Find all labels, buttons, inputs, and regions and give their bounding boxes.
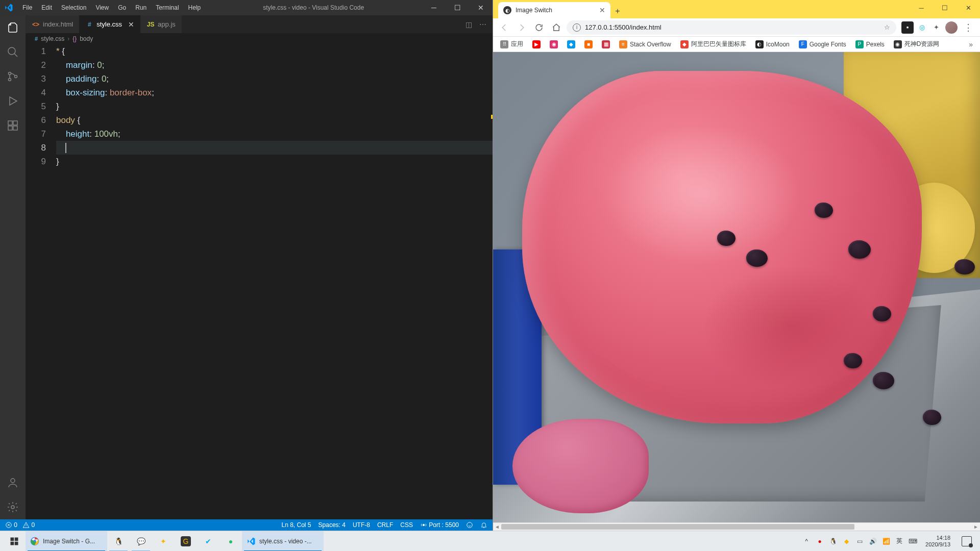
explorer-icon[interactable] [6, 20, 20, 35]
menu-help[interactable]: Help [184, 2, 205, 13]
status-problems[interactable]: 0 0 [5, 521, 35, 529]
window-minimize-button[interactable]: ─ [910, 0, 933, 15]
new-tab-button[interactable]: + [610, 4, 625, 18]
browser-tab[interactable]: ◐ Image Switch ✕ [498, 2, 610, 18]
tab-close-button[interactable]: ✕ [599, 6, 605, 14]
bookmark-item[interactable]: PPexels [852, 39, 888, 50]
tray-battery-icon[interactable]: ▭ [855, 537, 864, 546]
taskbar-app[interactable]: ● [219, 531, 242, 552]
editor-tab-index-html[interactable]: <>index.html [26, 15, 79, 33]
breadcrumb[interactable]: # style.css › {} body [26, 33, 493, 44]
extension-icon[interactable]: ▪ [901, 21, 914, 34]
window-close-button[interactable]: ✕ [469, 0, 493, 15]
bookmark-item[interactable]: ▦ [599, 39, 613, 50]
menu-run[interactable]: Run [131, 2, 151, 13]
tab-label: style.css [96, 20, 122, 28]
window-maximize-button[interactable]: ☐ [446, 0, 469, 15]
tray-volume-icon[interactable]: 🔊 [868, 537, 877, 546]
chrome-menu-button[interactable]: ⋮ [961, 22, 976, 33]
address-bar[interactable]: i 127.0.0.1:5500/index.html ☆ [567, 20, 896, 35]
status-indentation[interactable]: Spaces: 4 [318, 521, 346, 529]
css-file-icon: # [35, 36, 38, 42]
site-info-icon[interactable]: i [573, 23, 581, 32]
status-encoding[interactable]: UTF-8 [353, 521, 370, 529]
tray-network-icon[interactable]: 📶 [881, 537, 891, 546]
home-button[interactable] [549, 20, 564, 35]
scroll-left-icon[interactable]: ◄ [493, 524, 501, 530]
scrollbar-thumb[interactable] [501, 524, 854, 530]
tray-ime[interactable]: 英 [895, 537, 904, 546]
run-debug-icon[interactable] [6, 94, 20, 108]
status-feedback-icon[interactable] [466, 521, 473, 529]
taskbar-clock[interactable]: 14:18 2020/9/13 [921, 535, 954, 548]
taskbar-wechat[interactable]: 💬 [130, 531, 152, 552]
back-button[interactable] [497, 20, 511, 35]
taskbar-chrome[interactable]: Image Switch - G... [26, 531, 107, 552]
tray-chevron-up-icon[interactable]: ^ [802, 537, 811, 546]
search-icon[interactable] [6, 45, 20, 59]
window-close-button[interactable]: ✕ [957, 0, 980, 15]
editor-tab-app-js[interactable]: JSapp.js [140, 15, 182, 33]
window-maximize-button[interactable]: ☐ [933, 0, 957, 15]
extension-icon[interactable]: ◎ [916, 21, 928, 34]
horizontal-scrollbar[interactable]: ◄ ► [493, 522, 980, 531]
tray-icon[interactable]: ◆ [842, 537, 851, 546]
tab-label: index.html [43, 20, 73, 28]
bookmark-star-icon[interactable]: ☆ [884, 23, 890, 31]
menu-file[interactable]: File [18, 2, 36, 13]
extensions-icon[interactable] [6, 118, 20, 133]
bookmark-item[interactable]: ≡Stack Overflow [616, 39, 674, 50]
forward-button[interactable] [514, 20, 529, 35]
tray-ime-icon[interactable]: ⌨ [908, 537, 917, 546]
status-live-server[interactable]: Port : 5500 [420, 521, 459, 529]
bookmark-item[interactable]: ◉ [547, 39, 561, 50]
bookmark-favicon-icon: ◆ [567, 40, 575, 48]
split-editor-icon[interactable]: ◫ [465, 20, 472, 29]
taskbar-app[interactable]: ✔ [197, 531, 219, 552]
vscode-logo-icon [4, 3, 13, 12]
taskbar-vscode[interactable]: style.css - video -... [242, 531, 324, 552]
status-cursor-position[interactable]: Ln 8, Col 5 [281, 521, 311, 529]
bookmark-item[interactable]: ▶ [529, 39, 544, 50]
menu-edit[interactable]: Edit [37, 2, 56, 13]
bookmark-favicon-icon: ■ [584, 40, 593, 48]
bookmarks-overflow-button[interactable]: » [966, 40, 976, 48]
bookmark-item[interactable]: ◉死神D资源网 [891, 38, 943, 50]
bookmark-item[interactable]: ◐IcoMoon [752, 39, 793, 50]
window-minimize-button[interactable]: ─ [422, 0, 446, 15]
status-notifications-icon[interactable] [480, 521, 487, 529]
taskbar-qq[interactable]: 🐧 [107, 531, 130, 552]
action-center-icon[interactable] [962, 536, 972, 546]
profile-avatar[interactable] [945, 21, 958, 34]
bookmark-item[interactable]: FGoogle Fonts [796, 39, 849, 50]
menu-terminal[interactable]: Terminal [152, 2, 183, 13]
settings-gear-icon[interactable] [6, 500, 20, 514]
breadcrumb-file: style.css [41, 35, 64, 42]
menu-view[interactable]: View [91, 2, 113, 13]
bookmark-item[interactable]: ◆ [564, 39, 578, 50]
menu-selection[interactable]: Selection [57, 2, 90, 13]
start-button[interactable] [3, 531, 26, 552]
bookmark-item[interactable]: ■ [581, 39, 596, 50]
tray-icon[interactable]: ● [815, 537, 824, 546]
bookmark-item[interactable]: ⠿应用 [497, 38, 526, 50]
accounts-icon[interactable] [6, 475, 20, 490]
tray-icon[interactable]: 🐧 [828, 537, 838, 546]
source-control-icon[interactable] [6, 69, 20, 84]
vscode-title-bar: FileEditSelectionViewGoRunTerminalHelp s… [0, 0, 493, 15]
reload-button[interactable] [532, 20, 546, 35]
tab-close-button[interactable]: ✕ [128, 20, 134, 29]
extensions-puzzle-icon[interactable]: ✦ [930, 21, 942, 34]
code-editor[interactable]: 123456789 * { margin: 0; padding: 0; box… [26, 44, 493, 519]
svg-rect-7 [13, 126, 17, 130]
status-eol[interactable]: CRLF [377, 521, 393, 529]
scroll-right-icon[interactable]: ► [972, 524, 980, 530]
editor-tab-style-css[interactable]: #style.css✕ [79, 15, 140, 33]
more-actions-icon[interactable]: ⋯ [479, 20, 486, 29]
bookmark-item[interactable]: ◆阿里巴巴矢量图标库 [677, 38, 749, 50]
windows-taskbar: Image Switch - G... 🐧 💬 ✦ G ✔ ● style.cs… [0, 531, 980, 551]
status-language[interactable]: CSS [400, 521, 413, 529]
taskbar-app[interactable]: ✦ [152, 531, 175, 552]
menu-go[interactable]: Go [114, 2, 130, 13]
taskbar-app[interactable]: G [175, 531, 197, 552]
